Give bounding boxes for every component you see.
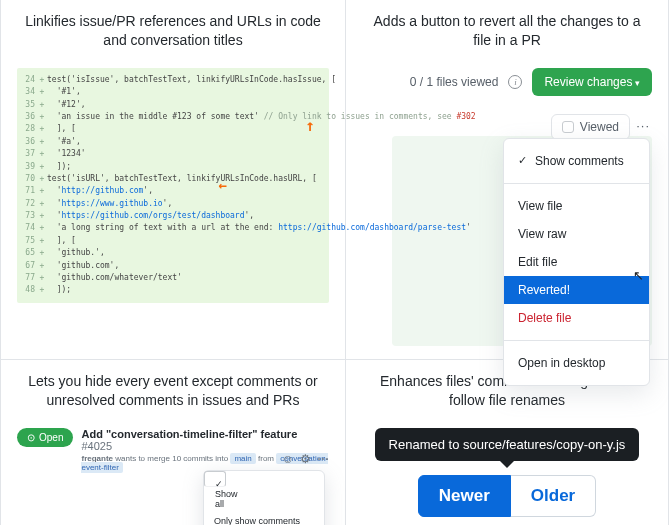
issue-title: Add "conversation-timeline-filter" featu…: [81, 428, 297, 440]
menu-show-all[interactable]: Show all: [204, 471, 226, 487]
code-line: 37+ '1234': [17, 148, 327, 160]
feature-card-revert: Adds a button to revert all the changes …: [346, 0, 669, 360]
code-line: 39+ ]);: [17, 161, 327, 173]
menu-reverted[interactable]: Reverted!: [504, 276, 649, 304]
menu-only-comments[interactable]: Only show comments: [204, 509, 324, 525]
file-actions-dropdown: Show comments View file View raw Edit fi…: [503, 138, 650, 386]
target-branch: main: [230, 453, 255, 464]
code-diff-preview: ↑ ← 24+test('isIssue', batchTestText, li…: [17, 68, 329, 303]
code-line: 71+ 'http://github.com',: [17, 185, 327, 197]
menu-view-file[interactable]: View file: [504, 192, 649, 220]
code-line: 34+ '#1',: [17, 86, 327, 98]
review-changes-button[interactable]: Review changes: [532, 68, 652, 96]
feature-title: Lets you hide every event except comment…: [17, 360, 329, 428]
code-line: 73+ 'https://github.com/orgs/test/dashbo…: [17, 210, 327, 222]
code-line: 74+ 'a long string of text with a url at…: [17, 222, 327, 234]
viewed-toggle[interactable]: Viewed: [551, 114, 630, 140]
code-line: 67+ 'github.com',: [17, 260, 327, 272]
code-line: 77+ 'github.com/whatever/text': [17, 272, 327, 284]
code-line: 48+ ]);: [17, 284, 327, 296]
code-line: 70+test('isURL', batchTestText, linkifyU…: [17, 173, 327, 185]
kebab-icon[interactable]: ⋯: [317, 452, 329, 466]
menu-show-comments[interactable]: Show comments: [504, 147, 649, 175]
issue-number: #4025: [81, 440, 112, 452]
info-icon[interactable]: i: [508, 75, 522, 89]
files-viewed-count: 0 / 1 files viewed: [410, 75, 499, 89]
code-line: 28+ ], [: [17, 123, 327, 135]
newer-button[interactable]: Newer: [418, 475, 511, 517]
code-line: 36+ '#a',: [17, 136, 327, 148]
gear-icon[interactable]: ⚙: [300, 452, 311, 466]
annotation-arrow-left: ←: [219, 175, 227, 197]
menu-open-desktop[interactable]: Open in desktop: [504, 349, 649, 377]
viewed-label: Viewed: [580, 120, 619, 134]
menu-delete-file[interactable]: Delete file: [504, 304, 649, 332]
code-line: 72+ 'https://www.github.io',: [17, 198, 327, 210]
rename-tooltip: Renamed to source/features/copy-on-y.js: [375, 428, 640, 461]
cursor-icon: ↖: [633, 268, 644, 283]
kebab-menu-icon[interactable]: ···: [636, 118, 650, 133]
annotation-arrow-up: ↑: [305, 114, 315, 139]
timeline-filter-menu: Show all Only show comments Only show un…: [203, 470, 325, 525]
feature-title: Adds a button to revert all the changes …: [362, 0, 652, 68]
feature-card-timeline-filter: Lets you hide every event except comment…: [1, 360, 346, 525]
code-line: 24+test('isIssue', batchTestText, linkif…: [17, 74, 327, 86]
menu-edit-file[interactable]: Edit file: [504, 248, 649, 276]
code-line: 75+ ], [: [17, 235, 327, 247]
code-line: 35+ '#12',: [17, 99, 327, 111]
smiley-icon[interactable]: ☺: [282, 452, 294, 466]
checkbox-icon: [562, 121, 574, 133]
feature-card-linkify: Linkifies issue/PR references and URLs i…: [1, 0, 346, 360]
menu-view-raw[interactable]: View raw: [504, 220, 649, 248]
older-button[interactable]: Older: [511, 475, 596, 517]
feature-title: Linkifies issue/PR references and URLs i…: [17, 0, 329, 68]
open-status-badge: Open: [17, 428, 73, 447]
code-line: 36+ 'an issue in the middle #123 of some…: [17, 111, 327, 123]
code-line: 65+ 'github.',: [17, 247, 327, 259]
